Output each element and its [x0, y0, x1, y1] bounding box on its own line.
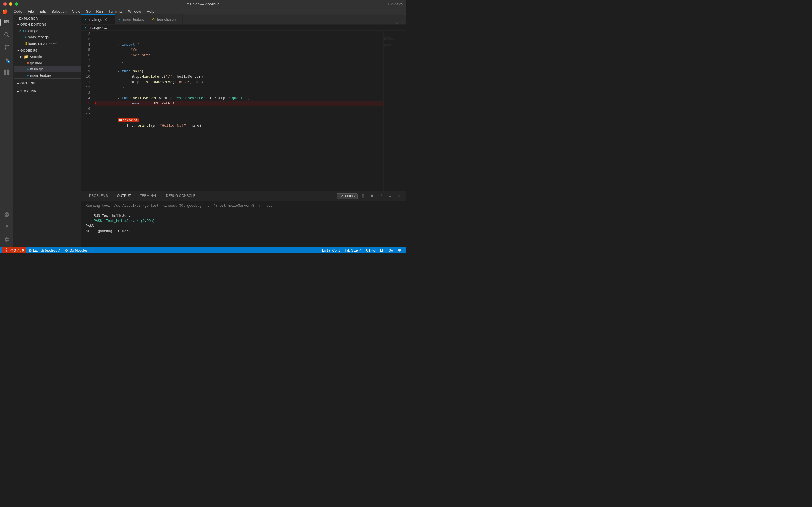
ln-4: 4	[81, 42, 90, 47]
errors-count: ⓪ 0	[10, 248, 16, 253]
tab-size-label: Tab Size: 4	[345, 248, 361, 252]
lock-icon[interactable]	[369, 193, 375, 200]
remote-activity-icon[interactable]	[1, 209, 12, 220]
language-mode-status[interactable]: Go	[386, 247, 395, 253]
breadcrumb-symbol[interactable]: ...	[104, 25, 107, 30]
menu-view[interactable]: View	[70, 9, 82, 14]
open-editor-main-test-go[interactable]: ● main_test.go	[13, 34, 81, 40]
go-mod-label: go.mod	[30, 61, 42, 65]
ln-11: 11	[81, 79, 90, 85]
tab-close-main-go[interactable]: ✕	[104, 17, 107, 22]
settings-activity-icon[interactable]	[1, 234, 12, 245]
close-icon-main-go[interactable]: ✕	[19, 29, 22, 33]
notifications-status[interactable]	[395, 247, 404, 253]
tab-main-test-go[interactable]: ● main_test.go	[115, 14, 149, 24]
menu-run[interactable]: Run	[94, 9, 105, 14]
ln-9: 9	[81, 69, 90, 74]
main-go-icon: ●	[27, 67, 29, 71]
tab-go-icon-test: ●	[118, 18, 120, 21]
file-main-go[interactable]: ● main.go	[13, 66, 81, 72]
code-line-3: ▾import (	[95, 37, 384, 42]
ln-12: 12	[81, 85, 90, 90]
debug-launch-status[interactable]: Launch (godebug)	[26, 247, 63, 253]
timeline-chevron: ▶	[16, 89, 20, 94]
output-selector-arrow: ▾	[354, 194, 356, 198]
vscode-folder-label: .vscode	[29, 55, 42, 59]
output-blank-1	[86, 209, 402, 214]
breadcrumb-file[interactable]: main.go	[89, 25, 101, 30]
close-panel-icon[interactable]	[396, 193, 403, 200]
split-editor-icon[interactable]: ⊡	[395, 20, 398, 24]
menu-window[interactable]: Window	[126, 9, 143, 14]
panel-tab-output[interactable]: OUTPUT	[112, 191, 135, 201]
project-chevron: ▾	[16, 48, 20, 53]
cursor-position-status[interactable]: Ln 17, Col 1	[320, 247, 343, 253]
menu-go[interactable]: Go	[84, 9, 93, 14]
minimize-button[interactable]	[9, 2, 12, 6]
code-line-11: }	[95, 79, 384, 85]
file-main-test-go[interactable]: ● main_test.go	[13, 72, 81, 78]
apple-icon[interactable]: 🍎	[2, 9, 8, 14]
extensions-activity-icon[interactable]	[1, 66, 12, 78]
tab-launch-json[interactable]: {} launch.json	[149, 14, 183, 24]
menu-code[interactable]: Code	[11, 9, 24, 14]
collapse-panel-icon[interactable]	[387, 193, 394, 200]
outline-header[interactable]: ▶ OUTLINE	[13, 80, 81, 87]
close-button[interactable]	[3, 2, 7, 6]
tab-label-launch-json: launch.json	[157, 17, 175, 21]
code-content: ▾import ( "fmt" "net/http" )	[95, 31, 384, 191]
clock: Tue 23:25	[388, 2, 403, 6]
go-file-icon-main-test-go: ●	[25, 35, 27, 39]
go-modules-status[interactable]: Go Modules	[63, 247, 90, 253]
status-bar-left: 0 ⓪ 0 0 Launch (godebug) Go Modules	[2, 247, 90, 253]
tab-main-go[interactable]: ● main.go ✕	[81, 14, 115, 24]
panel-tab-terminal[interactable]: TERMINAL	[135, 191, 161, 201]
panel-tab-problems[interactable]: PROBLEMS	[85, 191, 112, 201]
open-editor-main-go[interactable]: ✕ ● main.go	[13, 27, 81, 34]
language-label: Go	[389, 248, 393, 252]
problems-label: PROBLEMS	[89, 194, 108, 198]
tab-bar-actions: ⊡ ···	[395, 20, 406, 24]
more-actions-icon[interactable]: ···	[401, 20, 404, 24]
line-ending-status[interactable]: LF	[378, 247, 386, 253]
output-selector-label: Go Tests	[339, 194, 353, 198]
open-editor-launch-json[interactable]: {} launch.json .vscode	[13, 40, 81, 46]
menu-selection[interactable]: Selection	[49, 9, 68, 14]
run-debug-activity-icon[interactable]	[1, 54, 12, 65]
search-activity-icon[interactable]	[1, 29, 12, 41]
menu-help[interactable]: Help	[144, 9, 156, 14]
breadcrumb: ● main.go › ...	[81, 24, 406, 31]
code-line-14: name := r.URL.Path[1:]	[95, 96, 384, 101]
main-test-go-label: main_test.go	[30, 73, 51, 77]
panel-content: Running tool: /usr/local/bin/go test -ti…	[81, 201, 406, 247]
accounts-activity-icon[interactable]	[1, 221, 12, 233]
vscode-folder[interactable]: ▶ 📁 .vscode	[13, 54, 81, 60]
vscode-folder-chevron: ▶	[19, 54, 24, 59]
menu-terminal[interactable]: Terminal	[106, 9, 124, 14]
ln-13: 13	[81, 90, 90, 96]
svg-text:0: 0	[6, 250, 7, 252]
file-go-mod[interactable]: ≡ go.mod	[13, 60, 81, 66]
source-control-activity-icon[interactable]	[1, 42, 12, 53]
explorer-activity-icon[interactable]	[1, 17, 12, 28]
menu-edit[interactable]: Edit	[37, 9, 48, 14]
open-editors-header[interactable]: ▾ OPEN EDITORS	[13, 21, 81, 27]
open-panel-icon[interactable]	[378, 193, 385, 200]
timeline-header[interactable]: ▶ TIMELINE	[13, 88, 81, 95]
tab-go-icon-main: ●	[85, 18, 87, 21]
maximize-button[interactable]	[15, 2, 18, 6]
errors-warnings[interactable]: 0 ⓪ 0 0	[2, 247, 26, 253]
godebug-project-header[interactable]: ▾ GODEBUG	[13, 47, 81, 54]
output-line-1: Running tool: /usr/local/bin/go test -ti…	[86, 203, 402, 209]
outline-section: ▶ OUTLINE	[13, 78, 81, 88]
ln-15: 15	[81, 101, 90, 106]
panel-tab-debug-console[interactable]: DEBUG CONSOLE	[161, 191, 200, 201]
tab-size-status[interactable]: Tab Size: 4	[343, 247, 364, 253]
window-controls[interactable]	[3, 2, 18, 6]
encoding-status[interactable]: UTF-8	[364, 247, 378, 253]
svg-point-3	[4, 33, 8, 36]
clear-output-icon[interactable]	[360, 193, 366, 200]
code-line-2	[95, 31, 384, 37]
output-selector[interactable]: Go Tests ▾	[337, 193, 357, 199]
menu-file[interactable]: File	[26, 9, 36, 14]
